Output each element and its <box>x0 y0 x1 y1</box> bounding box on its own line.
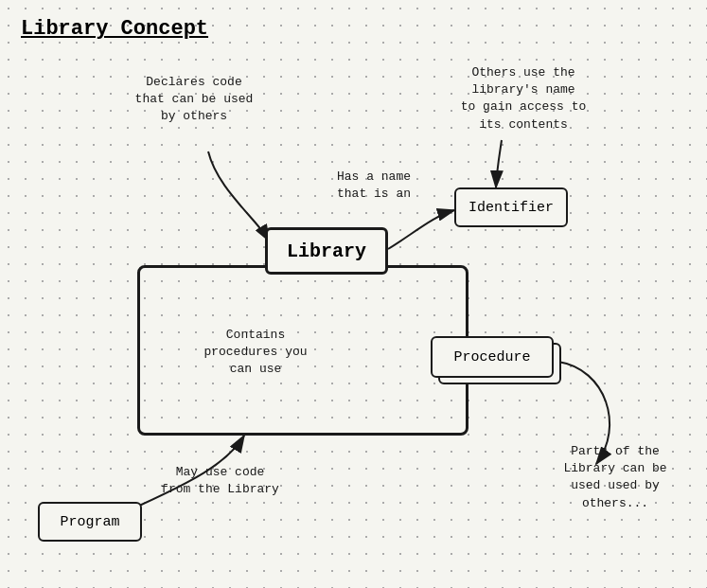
page-title: Library Concept <box>21 17 208 41</box>
others-use-label: Others use thelibrary's nameto gain acce… <box>443 64 604 134</box>
may-use-label: May use codefrom the Library <box>147 464 293 498</box>
library-box: Library <box>265 227 388 275</box>
contains-label: Containsprocedures youcan use <box>180 327 331 379</box>
procedure-box: Procedure <box>431 336 554 378</box>
parts-of-label: Parts of theLibrary can beused used by o… <box>539 443 691 512</box>
program-box: Program <box>38 502 142 542</box>
declares-label: Declares codethat can be usedby others <box>118 74 270 126</box>
has-name-label: Has a namethat is an <box>312 169 435 203</box>
identifier-box: Identifier <box>454 187 568 227</box>
